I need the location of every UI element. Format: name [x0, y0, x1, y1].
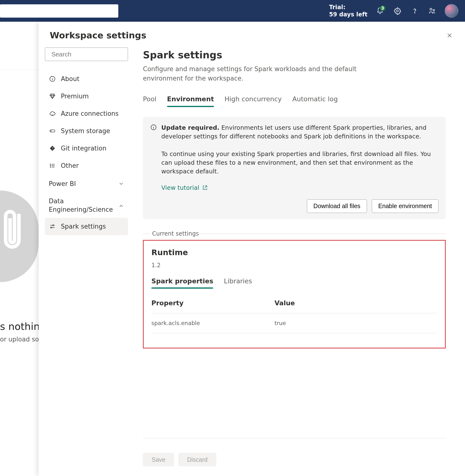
sidebar-item-label: System storage — [61, 127, 110, 134]
page-description: Configure and manage settings for Spark … — [143, 64, 380, 83]
svg-point-12 — [50, 165, 51, 166]
svg-point-2 — [430, 8, 432, 10]
tab-pool[interactable]: Pool — [143, 95, 157, 107]
sidebar-item-label: About — [61, 75, 79, 82]
empty-state-graphic — [0, 191, 39, 282]
subtab-libraries[interactable]: Libraries — [224, 277, 252, 289]
sidebar-item-label: Premium — [61, 93, 89, 100]
info-icon — [150, 124, 157, 131]
svg-point-3 — [433, 10, 434, 11]
sidebar-item-git[interactable]: Git integration — [45, 140, 128, 157]
runtime-title: Runtime — [151, 248, 437, 257]
svg-point-14 — [53, 225, 54, 226]
properties-table: Property Value spark.acls.enable true — [151, 299, 437, 333]
sidebar-item-premium[interactable]: Premium — [45, 88, 128, 105]
svg-point-11 — [50, 164, 51, 164]
cell-property: spark.acls.enable — [151, 320, 275, 326]
group-label: Data Engineering/Science — [49, 197, 109, 214]
save-button: Save — [143, 453, 174, 466]
enable-environment-button[interactable]: Enable environment — [372, 199, 438, 213]
diamond-icon — [49, 93, 56, 100]
sidebar-group-powerbi[interactable]: Power BI — [45, 174, 128, 191]
external-link-icon — [202, 184, 208, 191]
col-header-value: Value — [275, 299, 437, 307]
workspace-settings-panel: Workspace settings About Premium — [39, 22, 465, 476]
notice-p2: To continue using your existing Spark pr… — [161, 151, 431, 175]
discard-button: Discard — [179, 453, 216, 466]
sidebar-item-label: Other — [61, 162, 79, 169]
tab-automatic-log[interactable]: Automatic log — [292, 95, 338, 107]
settings-search[interactable] — [45, 48, 128, 61]
panel-title: Workspace settings — [50, 30, 146, 40]
tab-environment[interactable]: Environment — [167, 95, 214, 107]
view-tutorial-link[interactable]: View tutorial — [161, 184, 438, 191]
sidebar-group-data-engineering[interactable]: Data Engineering/Science — [45, 191, 128, 218]
storage-icon — [49, 127, 56, 134]
main-tabs: Pool Environment High concurrency Automa… — [143, 95, 446, 107]
close-button[interactable] — [445, 31, 454, 40]
settings-search-input[interactable] — [51, 51, 130, 58]
svg-point-1 — [414, 12, 415, 13]
chevron-down-icon — [118, 181, 124, 187]
group-label: Power BI — [49, 180, 76, 187]
svg-point-15 — [51, 227, 52, 228]
chevron-up-icon — [118, 203, 124, 208]
runtime-version: 1.2 — [151, 262, 437, 269]
empty-state-subtitle: or upload som — [0, 336, 45, 343]
svg-point-0 — [396, 10, 398, 12]
svg-point-13 — [50, 167, 51, 167]
upload-dropzone[interactable] — [0, 422, 36, 476]
settings-gear-icon[interactable] — [392, 6, 402, 16]
notice-text: Update required. Environments let users … — [161, 123, 438, 176]
runtime-subtabs: Spark properties Libraries — [151, 277, 437, 289]
svg-point-7 — [51, 131, 51, 131]
update-notice: Update required. Environments let users … — [143, 117, 446, 219]
table-row: spark.acls.enable true — [151, 313, 437, 333]
sidebar-item-label: Git integration — [61, 145, 106, 152]
sliders-icon — [49, 223, 56, 230]
current-settings-legend: Current settings — [143, 230, 446, 238]
notice-bold: Update required. — [161, 124, 220, 131]
sidebar-item-other[interactable]: Other — [45, 157, 128, 174]
git-icon — [49, 145, 56, 152]
trial-line1: Trial: — [329, 4, 368, 11]
list-icon — [49, 162, 56, 169]
app-header: Trial: 59 days left 3 — [0, 0, 465, 22]
sidebar-item-about[interactable]: About — [45, 70, 128, 88]
sidebar-item-label: Spark settings — [61, 223, 106, 230]
tab-high-concurrency[interactable]: High concurrency — [224, 95, 282, 107]
sidebar-item-storage[interactable]: System storage — [45, 122, 128, 140]
notification-badge: 3 — [380, 5, 386, 11]
footer-actions: Save Discard — [143, 438, 446, 466]
cell-value: true — [275, 320, 437, 326]
paperclip-icon — [0, 205, 29, 259]
svg-point-9 — [52, 149, 53, 150]
sidebar-item-spark-settings[interactable]: Spark settings — [45, 218, 128, 235]
user-avatar[interactable] — [445, 4, 458, 18]
subtab-spark-properties[interactable]: Spark properties — [151, 277, 213, 289]
global-search-input[interactable] — [0, 4, 118, 18]
runtime-highlight-box: Runtime 1.2 Spark properties Libraries P… — [143, 240, 446, 348]
download-all-files-button[interactable]: Download all files — [307, 199, 367, 213]
settings-sidebar: About Premium Azure connections System s… — [39, 44, 134, 476]
trial-status[interactable]: Trial: 59 days left — [329, 4, 368, 18]
link-label: View tutorial — [161, 184, 200, 191]
info-icon — [49, 75, 56, 82]
settings-main: Spark settings Configure and manage sett… — [134, 44, 465, 476]
feedback-icon[interactable] — [427, 6, 437, 16]
page-title: Spark settings — [143, 50, 446, 61]
notifications-icon[interactable]: 3 — [375, 6, 385, 16]
sidebar-item-azure[interactable]: Azure connections — [45, 105, 128, 122]
sidebar-item-label: Azure connections — [61, 110, 118, 117]
help-icon[interactable] — [410, 6, 420, 16]
cloud-icon — [49, 110, 56, 117]
col-header-property: Property — [151, 299, 275, 307]
trial-line2: 59 days left — [329, 11, 368, 18]
